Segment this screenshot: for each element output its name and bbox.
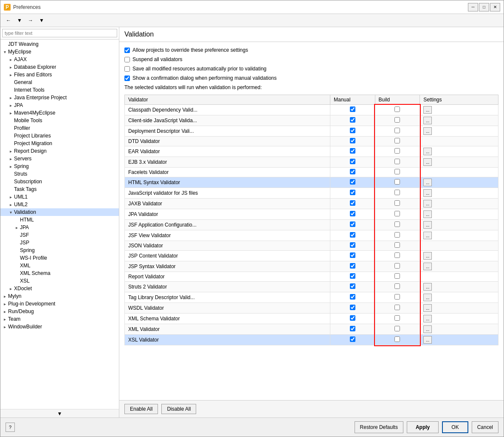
enable-all-button[interactable]: Enable All <box>124 404 158 414</box>
build-checkbox[interactable] <box>394 242 400 248</box>
manual-checkbox[interactable] <box>350 190 355 195</box>
table-row[interactable]: Report Validator <box>125 272 498 282</box>
table-row[interactable]: XML Schema Validator... <box>125 314 498 324</box>
ok-button[interactable]: OK <box>442 421 468 433</box>
sidebar-item-run-debug[interactable]: ▸Run/Debug <box>0 308 119 315</box>
table-row[interactable]: JPA Validator... <box>125 209 498 220</box>
manual-checkbox[interactable] <box>350 138 355 143</box>
forward-button[interactable]: → <box>26 16 35 25</box>
sidebar-item-window-builder[interactable]: ▸WindowBuilder <box>0 323 119 331</box>
build-checkbox[interactable] <box>394 159 400 164</box>
build-checkbox[interactable] <box>394 305 400 310</box>
table-row[interactable]: Struts 2 Validator... <box>125 282 498 292</box>
table-row[interactable]: JavaScript validator for JS files... <box>125 188 498 199</box>
sidebar-item-xdoclet[interactable]: ▸XDoclet <box>0 285 119 292</box>
filter-input[interactable] <box>2 29 117 37</box>
build-checkbox[interactable] <box>394 117 400 123</box>
table-row[interactable]: EAR Validator... <box>125 146 498 157</box>
table-row[interactable]: Deployment Descriptor Vali...... <box>125 126 498 137</box>
manual-checkbox[interactable] <box>350 221 355 227</box>
checkbox-save[interactable] <box>124 66 130 72</box>
build-checkbox[interactable] <box>394 138 400 143</box>
table-row[interactable]: JSP Content Validator... <box>125 251 498 261</box>
minimize-button[interactable]: ─ <box>468 3 478 11</box>
settings-button[interactable]: ... <box>423 232 432 239</box>
settings-button[interactable]: ... <box>423 148 432 155</box>
build-checkbox[interactable] <box>394 294 400 300</box>
settings-button[interactable]: ... <box>423 117 432 124</box>
table-row[interactable]: Classpath Dependency Valid...... <box>125 105 498 115</box>
sidebar-item-project-libraries[interactable]: Project Libraries <box>0 132 119 140</box>
settings-button[interactable]: ... <box>423 210 432 218</box>
build-checkbox[interactable] <box>394 169 400 174</box>
manual-checkbox[interactable] <box>350 179 355 185</box>
table-row[interactable]: Tag Library Descriptor Valid...... <box>125 292 498 303</box>
table-row[interactable]: XSL Validator... <box>125 335 498 345</box>
settings-button[interactable]: ... <box>423 158 432 166</box>
checkbox-suspend[interactable] <box>124 57 130 62</box>
manual-checkbox[interactable] <box>350 242 355 248</box>
settings-button[interactable]: ... <box>423 263 432 270</box>
build-checkbox[interactable] <box>394 315 400 321</box>
table-row[interactable]: WSDL Validator... <box>125 303 498 314</box>
table-row[interactable]: Client-side JavaScript Valida...... <box>125 115 498 126</box>
table-row[interactable]: JSP Syntax Validator... <box>125 261 498 272</box>
sidebar-item-team[interactable]: ▸Team <box>0 315 119 323</box>
disable-all-button[interactable]: Disable All <box>161 404 196 414</box>
sidebar-item-maven4myeclipse[interactable]: ▸Maven4MyEclipse <box>0 109 119 117</box>
settings-button[interactable]: ... <box>423 294 432 301</box>
dropdown-button[interactable]: ▼ <box>15 16 24 25</box>
sidebar-item-mylyn[interactable]: ▸Mylyn <box>0 292 119 300</box>
sidebar-item-spring[interactable]: ▸Spring <box>0 162 119 170</box>
manual-checkbox[interactable] <box>350 117 355 123</box>
sidebar-item-xml[interactable]: XML <box>0 262 119 269</box>
sidebar-item-general[interactable]: General <box>0 78 119 86</box>
manual-checkbox[interactable] <box>350 159 355 164</box>
build-checkbox[interactable] <box>394 232 400 238</box>
sidebar-item-task-tags[interactable]: Task Tags <box>0 185 119 193</box>
table-row[interactable]: JSF View Validator... <box>125 230 498 241</box>
sidebar-item-plug-in-development[interactable]: ▸Plug-in Development <box>0 300 119 308</box>
sidebar-item-xml-schema[interactable]: XML Schema <box>0 269 119 277</box>
sidebar-item-subscription[interactable]: Subscription <box>0 178 119 185</box>
build-checkbox[interactable] <box>394 200 400 206</box>
manual-checkbox[interactable] <box>350 252 355 258</box>
sidebar-item-validation[interactable]: ▾Validation <box>0 208 119 216</box>
sidebar-item-jpa-sub[interactable]: ▸JPA <box>0 224 119 231</box>
manual-checkbox[interactable] <box>350 273 355 279</box>
build-checkbox[interactable] <box>394 263 400 269</box>
settings-button[interactable]: ... <box>423 127 432 135</box>
checkbox-override[interactable] <box>124 48 130 53</box>
help-button[interactable]: ? <box>6 423 15 432</box>
checkbox-confirmation[interactable] <box>124 76 130 81</box>
sidebar-item-project-migration[interactable]: Project Migration <box>0 140 119 147</box>
sidebar-item-ws-i-profile[interactable]: WS-I Profile <box>0 254 119 262</box>
settings-button[interactable]: ... <box>423 221 432 229</box>
sidebar-item-jsf[interactable]: JSF <box>0 231 119 239</box>
manual-checkbox[interactable] <box>350 211 355 216</box>
settings-button[interactable]: ... <box>423 106 432 114</box>
build-checkbox[interactable] <box>394 283 400 289</box>
manual-checkbox[interactable] <box>350 128 355 133</box>
sidebar-item-uml1[interactable]: ▸UML1 <box>0 193 119 201</box>
build-checkbox[interactable] <box>394 128 400 133</box>
manual-checkbox[interactable] <box>350 294 355 300</box>
cancel-button[interactable]: Cancel <box>472 421 498 433</box>
manual-checkbox[interactable] <box>350 106 355 112</box>
table-row[interactable]: HTML Syntax Validator... <box>125 177 498 188</box>
table-row[interactable]: JAXB Validator... <box>125 199 498 209</box>
manual-checkbox[interactable] <box>350 148 355 154</box>
sidebar-item-ajax[interactable]: ▸AJAX <box>0 56 119 63</box>
settings-button[interactable]: ... <box>423 283 432 291</box>
sidebar-scroll-down[interactable]: ▼ <box>0 409 119 417</box>
build-checkbox[interactable] <box>394 190 400 195</box>
build-checkbox[interactable] <box>394 179 400 185</box>
table-row[interactable]: XML Validator... <box>125 324 498 335</box>
sidebar-item-internet-tools[interactable]: Internet Tools <box>0 86 119 94</box>
table-row[interactable]: JSON Validator <box>125 241 498 251</box>
forward-dropdown-button[interactable]: ▼ <box>37 16 46 25</box>
sidebar-item-files-and-editors[interactable]: ▸Files and Editors <box>0 71 119 78</box>
settings-button[interactable]: ... <box>423 189 432 197</box>
build-checkbox[interactable] <box>394 326 400 331</box>
sidebar-item-database-explorer[interactable]: ▸Database Explorer <box>0 63 119 71</box>
